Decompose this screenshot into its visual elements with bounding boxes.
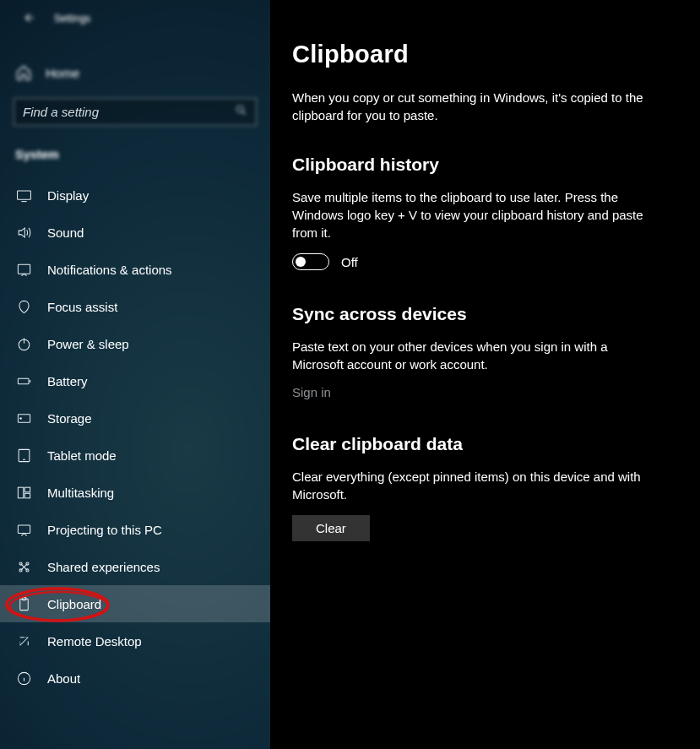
sidebar-item-power-sleep[interactable]: Power & sleep [0,325,270,362]
sidebar-item-clipboard[interactable]: Clipboard [0,585,270,622]
notifications-icon [15,261,32,278]
sidebar-item-label: Battery [47,374,88,388]
sidebar-item-label: Display [47,188,89,203]
settings-content: Clipboard When you copy or cut something… [270,0,700,749]
section-clipboard-history: Clipboard history Save multiple items to… [292,155,666,270]
tablet-icon [15,447,32,464]
sidebar-item-notifications[interactable]: Notifications & actions [0,251,270,288]
svg-rect-1 [17,190,30,198]
clear-button[interactable]: Clear [292,515,370,541]
sidebar-item-label: Shared experiences [47,560,160,574]
window-title: Settings [54,13,90,24]
battery-icon [15,372,32,389]
projecting-icon [15,521,32,538]
page-intro: When you copy or cut something in Window… [292,89,647,124]
sidebar-item-remote-desktop[interactable]: Remote Desktop [0,622,270,659]
back-button[interactable] [19,8,39,29]
sidebar-item-label: Storage [47,411,92,426]
svg-point-0 [237,106,244,113]
sign-in-link[interactable]: Sign in [292,385,331,399]
svg-point-12 [19,562,21,564]
svg-rect-11 [18,524,30,533]
search-icon [235,104,247,120]
clipboard-icon [15,595,32,612]
arrow-left-icon [22,11,35,27]
sidebar-item-battery[interactable]: Battery [0,362,270,399]
sidebar-item-projecting[interactable]: Projecting to this PC [0,511,270,548]
storage-icon [15,410,32,426]
sidebar-item-multitasking[interactable]: Multitasking [0,474,270,511]
about-icon [15,670,32,687]
sidebar-item-label: Tablet mode [47,448,117,463]
section-clear-data: Clear clipboard data Clear everything (e… [292,434,666,541]
power-icon [15,335,32,352]
section-title: Sync across devices [292,304,666,324]
clipboard-history-toggle[interactable] [292,253,329,270]
focus-assist-icon [15,298,32,315]
sidebar-home-label: Home [46,66,79,80]
sidebar-item-label: Projecting to this PC [47,523,162,537]
svg-rect-8 [18,487,23,498]
svg-rect-10 [24,493,30,498]
sidebar-item-label: Multitasking [47,486,114,500]
home-icon [15,64,32,81]
section-desc: Save multiple items to the clipboard to … [292,188,655,242]
sidebar-home[interactable]: Home [0,54,270,91]
section-desc: Paste text on your other devices when yo… [292,338,655,373]
search-box[interactable] [14,98,257,126]
sidebar-item-focus-assist[interactable]: Focus assist [0,288,270,325]
page-title: Clipboard [292,41,666,68]
settings-sidebar: Settings Home System Display [0,0,270,749]
remote-desktop-icon [15,632,32,649]
sidebar-item-label: Clipboard [47,597,101,611]
sidebar-item-label: Sound [47,225,84,240]
sidebar-item-display[interactable]: Display [0,176,270,214]
sidebar-item-tablet-mode[interactable]: Tablet mode [0,437,270,474]
sidebar-item-label: Notifications & actions [47,263,172,277]
shared-experiences-icon [15,558,32,575]
sidebar-item-label: About [47,671,80,686]
svg-point-15 [25,568,28,571]
section-title: Clipboard history [292,155,666,175]
section-sync-devices: Sync across devices Paste text on your o… [292,304,666,400]
sidebar-section-label: System [0,133,270,168]
sidebar-item-shared-experiences[interactable]: Shared experiences [0,548,270,585]
svg-point-13 [25,562,28,564]
sidebar-item-storage[interactable]: Storage [0,399,270,437]
svg-rect-2 [18,264,30,274]
sidebar-item-about[interactable]: About [0,659,270,697]
sidebar-item-label: Power & sleep [47,337,129,351]
section-desc: Clear everything (except pinned items) o… [292,468,655,503]
section-title: Clear clipboard data [292,434,666,454]
sidebar-item-label: Focus assist [47,300,117,314]
search-input[interactable] [23,105,235,119]
display-icon [15,187,32,204]
svg-rect-9 [24,487,30,492]
svg-point-14 [19,568,21,571]
sidebar-item-sound[interactable]: Sound [0,214,270,251]
multitasking-icon [15,484,32,501]
sidebar-item-label: Remote Desktop [47,634,142,649]
svg-rect-4 [18,378,29,383]
toggle-state-label: Off [341,255,358,269]
svg-point-6 [19,417,21,419]
sound-icon [15,224,32,241]
